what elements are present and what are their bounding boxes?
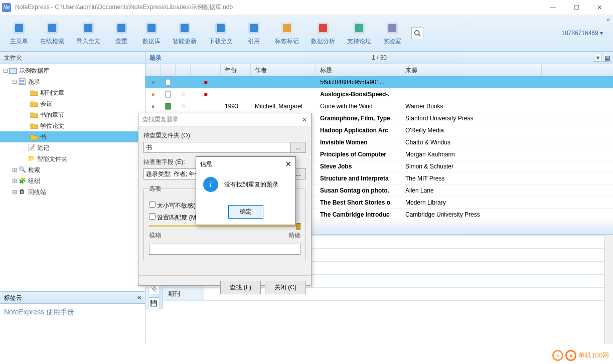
minimize-button[interactable]: —: [542, 0, 565, 15]
toolbar-cite[interactable]: 引用: [239, 19, 269, 48]
svg-rect-26: [10, 68, 17, 74]
toolbar-overflow-icon[interactable]: »: [606, 16, 610, 23]
svg-rect-32: [166, 91, 171, 97]
svg-rect-17: [283, 24, 291, 32]
svg-line-25: [419, 35, 421, 37]
info-title-bar[interactable]: 信息 ✕: [196, 157, 295, 171]
info-close-icon[interactable]: ✕: [285, 160, 291, 168]
slider-min-label: 模糊: [149, 231, 161, 240]
tree-folder[interactable]: 学位论文: [0, 120, 145, 131]
title-bar: Ne NoteExpress - C:\Users\admin\Document…: [0, 0, 613, 15]
watermark-text: 单机100网: [578, 351, 609, 360]
match-slider[interactable]: [149, 225, 300, 227]
watermark-icon-2: ●: [565, 350, 576, 361]
folder-tree[interactable]: ⊟ 示例数据库 ⊟ 题录 期刊文章会议书的章节学位论文书 📝笔记📁智能文件夹⊞🔍…: [0, 64, 145, 291]
toolbar-download[interactable]: 下载全文: [203, 19, 239, 48]
toolbar-forum[interactable]: 支持论坛: [341, 19, 377, 48]
svg-rect-15: [250, 24, 258, 32]
svg-rect-23: [388, 24, 396, 32]
svg-rect-33: [166, 103, 171, 109]
toolbar-menu[interactable]: 主菜单: [4, 19, 34, 48]
tagcloud-body[interactable]: NoteExpress 使用手册: [0, 304, 145, 344]
tagcloud-header: 标签云 «: [0, 291, 145, 304]
tree-folder[interactable]: 会议: [0, 98, 145, 109]
record-count: 1 / 30: [372, 54, 387, 61]
user-id-dropdown[interactable]: 18786716469 ▾: [561, 30, 603, 37]
tree-node[interactable]: ⊞🗑回收站: [0, 187, 145, 198]
svg-rect-13: [217, 24, 225, 32]
tree-root[interactable]: ⊟ 示例数据库: [0, 65, 145, 76]
table-row[interactable]: ●☆■56dcf04884c955fa901...: [145, 76, 613, 88]
collapse-icon[interactable]: ⊟: [11, 78, 18, 85]
info-icon: i: [203, 177, 218, 192]
options-legend: 选项: [149, 185, 161, 193]
app-icon: Ne: [2, 3, 11, 12]
toolbar-search-button[interactable]: [411, 27, 423, 39]
collapse-icon[interactable]: ⊟: [2, 67, 9, 74]
close-button[interactable]: 关闭 (C): [265, 281, 306, 294]
tree-folder[interactable]: 书的章节: [0, 109, 145, 120]
tree-node[interactable]: 📁智能文件夹: [0, 153, 145, 164]
toolbar-search-online[interactable]: 在线检索: [34, 19, 70, 48]
svg-rect-1: [15, 24, 23, 32]
info-dialog: 信息 ✕ i 没有找到重复的题录 确定: [196, 156, 296, 225]
toolbar-tags[interactable]: 标签标记: [269, 19, 305, 48]
toolbar-update[interactable]: 智能更新: [167, 19, 203, 48]
toolbar-dedupe[interactable]: 查重: [106, 19, 136, 48]
tree-folder[interactable]: 书: [0, 131, 145, 142]
svg-rect-21: [355, 24, 363, 32]
toolbar-database[interactable]: 数据库: [136, 19, 167, 48]
svg-point-24: [415, 31, 419, 35]
case-insensitive-checkbox[interactable]: [149, 201, 156, 208]
folder-input[interactable]: [143, 142, 291, 153]
ok-button[interactable]: 确定: [228, 205, 263, 219]
header-btn-1[interactable]: ▾: [594, 54, 602, 62]
find-button[interactable]: 查找 (F): [220, 281, 261, 294]
toolbar-import[interactable]: 导入全文: [70, 19, 106, 48]
svg-rect-5: [84, 24, 92, 32]
svg-rect-11: [181, 24, 189, 32]
dialog-close-icon[interactable]: ✕: [302, 116, 307, 123]
main-toolbar: » 主菜单在线检索导入全文查重数据库智能更新下载全文引用标签标记数据分析支持论坛…: [0, 15, 613, 52]
folder-sidebar: 文件夹 ⊟ 示例数据库 ⊟ 题录 期刊文章会议书的章节学位论文书 📝笔记📁智能文…: [0, 52, 145, 344]
folder-browse-button[interactable]: ...: [291, 142, 306, 153]
maximize-button[interactable]: ☐: [565, 0, 588, 15]
col-title[interactable]: 标题: [316, 64, 401, 76]
dialog-title-bar[interactable]: 查找重复题录 ✕: [138, 113, 311, 126]
content-header-title: 题录: [149, 54, 162, 62]
folder-label: 待查重文件夹 (O):: [143, 131, 306, 140]
tree-records[interactable]: ⊟ 题录: [0, 76, 145, 87]
svg-rect-7: [117, 24, 125, 32]
watermark: + ● 单机100网: [552, 350, 609, 361]
col-source[interactable]: 来源: [401, 64, 542, 76]
info-title: 信息: [200, 160, 212, 168]
match-degree-checkbox[interactable]: [149, 213, 156, 220]
toolbar-lab[interactable]: 实验室: [377, 19, 407, 48]
svg-rect-3: [48, 24, 56, 32]
svg-rect-31: [166, 79, 171, 85]
table-row[interactable]: ●☆1993Mitchell, MargaretGone with the Wi…: [145, 100, 613, 112]
info-message: 没有找到重复的题录: [224, 180, 278, 189]
toolbar-analytics[interactable]: 数据分析: [305, 19, 341, 48]
watermark-icon-1: +: [552, 350, 563, 361]
close-button[interactable]: ✕: [588, 0, 611, 15]
window-title: NoteExpress - C:\Users\admin\Documents\N…: [15, 3, 542, 12]
tagcloud-label: 标签云: [4, 294, 22, 301]
tree-node[interactable]: 📝笔记: [0, 142, 145, 153]
tree-node[interactable]: ⊞🧩组织: [0, 175, 145, 187]
svg-rect-19: [319, 24, 327, 32]
filter-input[interactable]: [149, 244, 300, 255]
detail-scrollbar[interactable]: [604, 235, 613, 344]
content-header: 题录 1 / 30 ▾ ▤: [145, 52, 613, 64]
col-year[interactable]: 年份: [221, 64, 251, 76]
tree-folder[interactable]: 期刊文章: [0, 87, 145, 98]
header-btn-2[interactable]: ▤: [603, 54, 611, 62]
slider-max-label: 精确: [288, 231, 300, 240]
grid-header[interactable]: 年份 作者 标题 来源: [145, 64, 613, 76]
svg-rect-9: [147, 24, 156, 32]
sidebar-header: 文件夹: [0, 52, 145, 64]
dialog-title: 查找重复题录: [142, 115, 179, 124]
tree-node[interactable]: ⊞🔍检索: [0, 164, 145, 175]
table-row[interactable]: ●☆■Auslogics-BoostSpeed-.: [145, 88, 613, 100]
col-author[interactable]: 作者: [251, 64, 316, 76]
